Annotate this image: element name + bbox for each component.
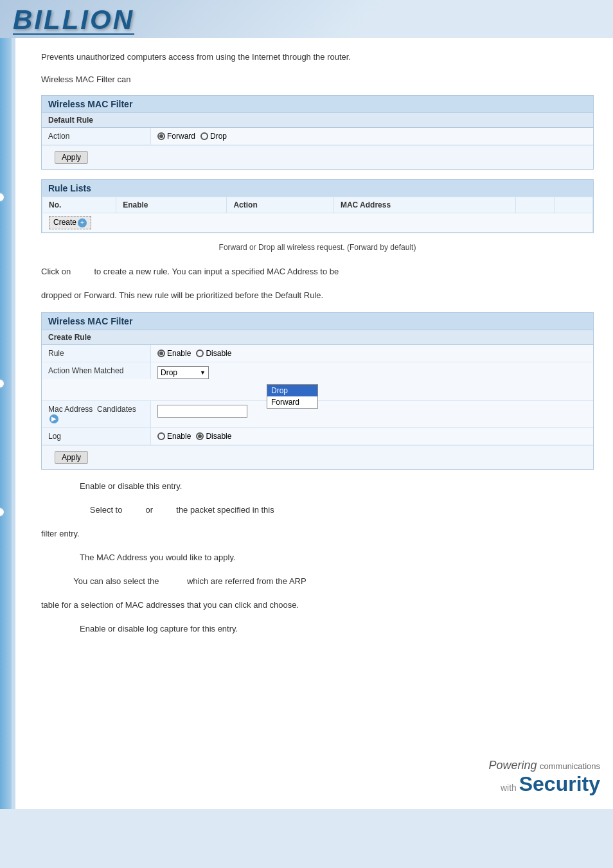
footer: Powering communications with Security [489,759,600,796]
footer-security-text: Security [519,772,600,795]
field-row-action-matched: Action When Matched Drop ▼ Drop Forward [42,362,593,401]
radio-log-enable[interactable]: Enable [157,432,191,441]
radio-dot-forward [157,132,165,140]
field-label-log: Log [42,428,151,445]
field-value-action: Forward Drop [151,128,593,145]
col-action: Action [227,197,334,213]
desc1: Enable or disable this entry. [80,479,594,493]
table-header-row: No. Enable Action MAC Address [42,197,593,213]
col-no: No. [42,197,116,213]
empty-row: Create+ [42,213,593,233]
field-row-rule: Rule Enable Disable [42,345,593,362]
desc2-end: filter entry. [41,527,594,541]
body1-part2: to create a new rule. You can input a sp… [94,267,339,276]
section-title-rule-lists: Rule Lists [42,180,593,197]
rule-list-table: No. Enable Action MAC Address Create+ [42,197,593,233]
desc4: You can also select the which are referr… [41,574,594,589]
footer-powering-line: Powering communications [489,759,600,772]
desc4-part2: which are referred from the ARP [187,576,306,586]
create-label: Create [53,218,76,227]
logo: BILLION [13,6,134,35]
desc3: The MAC Address you would like to apply. [80,551,594,565]
desc2-part2: or [146,505,154,515]
apply-button-1[interactable]: Apply [55,151,88,164]
field-label-action-matched: Action When Matched [42,362,151,379]
body-text-1: Click on to create a new rule. You can i… [41,265,594,279]
subsection-title-1: Default Rule [42,112,593,128]
desc5: Enable or disable log capture for this e… [80,622,594,636]
radio-log-disable[interactable]: Disable [196,432,231,441]
section-title-1: Wireless MAC Filter [42,96,593,112]
log-radio-group: Enable Disable [157,432,587,441]
dropdown-chevron: ▼ [200,369,206,376]
footer-with-line: with Security [489,772,600,796]
apply-row-2: Apply [42,445,593,469]
radio-rule-disable[interactable]: Disable [196,349,231,358]
desc4-end: table for a selection of MAC addresses t… [41,598,594,612]
intro-line1: Prevents unauthorized computers access f… [41,51,594,64]
col-enable: Enable [116,197,227,213]
col-extra1 [516,197,555,213]
desc2-part1: Select to [90,505,123,515]
body1-part1: Click on [41,267,71,276]
candidates-icon[interactable]: ▶ [49,414,58,423]
left-accent-bar [0,38,12,809]
radio-dot-log-disable [196,432,204,440]
field-value-mac [151,401,593,421]
dropdown-option-forward[interactable]: Forward [267,396,317,408]
field-label-rule: Rule [42,345,151,362]
body-text-1b: dropped or Forward. This new rule will b… [41,288,594,303]
subsection-title-2: Create Rule [42,330,593,345]
radio-dot-rule-disable [196,350,204,357]
radio-label-rule-enable: Enable [167,349,191,358]
section-title-2: Wireless MAC Filter [42,313,593,330]
section-mac-filter-1: Wireless MAC Filter Default Rule Action … [41,95,594,170]
caption-text: Forward or Drop all wireless request. (F… [41,243,594,252]
radio-label-drop: Drop [210,132,227,141]
col-extra2 [555,197,593,213]
mac-address-input[interactable] [157,405,247,418]
desc2: Select to or the packet specified in thi… [41,503,594,517]
apply-row-1: Apply [42,145,593,169]
apply-button-2[interactable]: Apply [55,451,88,464]
col-mac: MAC Address [333,197,515,213]
radio-label-forward: Forward [167,132,195,141]
dropdown-selected-val: Drop [161,368,177,377]
radio-label-log-disable: Disable [206,432,231,441]
radio-label-rule-disable: Disable [206,349,231,358]
intro-line2: Wireless MAC Filter can [41,73,594,86]
action-dropdown-wrapper: Drop ▼ Drop Forward [157,366,209,379]
section-rule-lists: Rule Lists No. Enable Action MAC Address [41,179,594,233]
radio-dot-drop [200,132,208,140]
radio-rule-enable[interactable]: Enable [157,349,191,358]
create-icon: + [78,218,87,227]
radio-drop[interactable]: Drop [200,132,227,141]
desc2-part3: the packet specified in this [176,505,274,515]
desc4-part1: You can also select the [73,576,159,586]
footer-powering-text: Powering [489,759,537,772]
dropdown-option-drop[interactable]: Drop [267,385,317,396]
footer-with-text: with [501,783,517,793]
create-button[interactable]: Create+ [49,216,91,229]
field-row-action: Action Forward Drop [42,128,593,145]
action-radio-group: Forward Drop [157,132,587,141]
field-value-rule: Enable Disable [151,345,593,362]
radio-forward[interactable]: Forward [157,132,195,141]
rule-radio-group: Enable Disable [157,349,587,358]
header: BILLION [0,0,613,38]
footer-comm-text: communications [540,761,600,771]
left-accent-inner [12,38,15,809]
field-value-log: Enable Disable [151,428,593,445]
field-label-mac: Mac Address Candidates ▶ [42,401,151,427]
field-label-action: Action [42,128,151,145]
field-value-action-matched: Drop ▼ Drop Forward [151,362,593,383]
radio-label-log-enable: Enable [167,432,191,441]
radio-dot-rule-enable [157,350,165,357]
dropdown-menu: Drop Forward [267,384,318,409]
dropdown-trigger[interactable]: Drop ▼ [157,366,209,379]
section-mac-filter-2: Wireless MAC Filter Create Rule Rule Ena… [41,312,594,470]
field-row-log: Log Enable Disable [42,428,593,445]
radio-dot-log-enable [157,432,165,440]
